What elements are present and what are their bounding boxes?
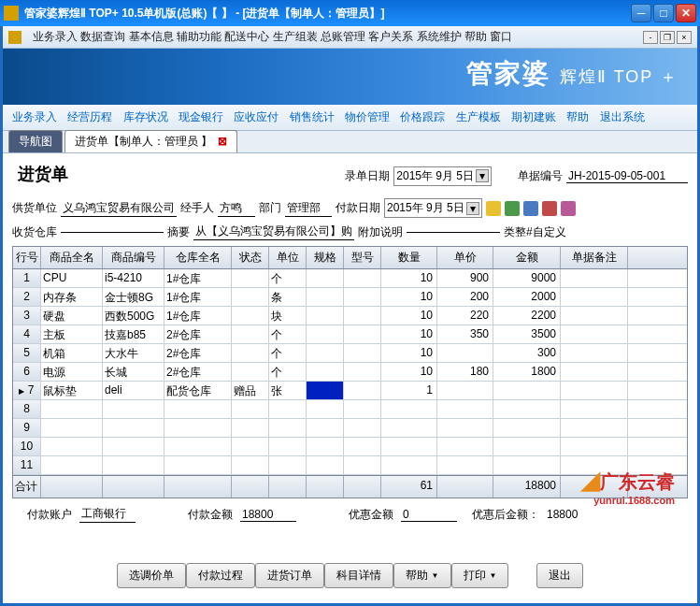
- grid-cell[interactable]: [561, 344, 628, 362]
- grid-cell[interactable]: 主板: [41, 325, 103, 343]
- action-button[interactable]: 退出: [536, 563, 583, 588]
- table-row[interactable]: 8: [13, 400, 687, 419]
- dropdown-icon[interactable]: ▾: [476, 169, 489, 182]
- menu-item[interactable]: 窗口: [490, 30, 512, 43]
- grid-cell[interactable]: 电源: [41, 363, 103, 381]
- grid-cell[interactable]: CPU: [41, 269, 103, 287]
- grid-cell[interactable]: [344, 438, 381, 455]
- grid-cell[interactable]: 配货仓库: [164, 382, 232, 399]
- column-header[interactable]: 商品全名: [41, 247, 103, 268]
- nav-item[interactable]: 生产模板: [452, 108, 505, 125]
- grid-cell[interactable]: 10: [381, 288, 437, 306]
- grid-cell[interactable]: [307, 269, 344, 287]
- column-header[interactable]: 规格: [307, 247, 344, 268]
- grid-cell[interactable]: 2#仓库: [164, 363, 232, 381]
- grid-cell[interactable]: [493, 419, 561, 437]
- grid-cell[interactable]: [381, 400, 437, 418]
- nav-item[interactable]: 应收应付: [230, 108, 282, 125]
- table-row[interactable]: 11: [13, 456, 687, 475]
- tool-icon-1[interactable]: [486, 201, 501, 216]
- summary-field[interactable]: 从【义乌鸿宝贸易有限公司】购: [193, 224, 354, 240]
- grid-cell[interactable]: [437, 382, 493, 399]
- grid-cell[interactable]: [344, 288, 381, 306]
- tab-active[interactable]: 进货单【制单人：管理员 】⊠: [64, 130, 237, 152]
- row-number[interactable]: 4: [13, 325, 41, 343]
- grid-cell[interactable]: [232, 344, 269, 362]
- row-number[interactable]: 1: [13, 269, 41, 287]
- nav-item[interactable]: 库存状况: [120, 108, 172, 125]
- grid-cell[interactable]: [561, 325, 628, 343]
- grid-cell[interactable]: 180: [437, 363, 493, 381]
- grid-cell[interactable]: [493, 400, 561, 418]
- action-button[interactable]: 打印▼: [451, 563, 509, 588]
- action-button[interactable]: 付款过程: [186, 563, 255, 588]
- extra-field[interactable]: [407, 232, 500, 233]
- grid-cell[interactable]: [561, 438, 628, 455]
- grid-cell[interactable]: [164, 400, 232, 418]
- grid-cell[interactable]: [307, 382, 344, 399]
- grid-cell[interactable]: [103, 438, 164, 455]
- row-number[interactable]: 2: [13, 288, 41, 306]
- grid-cell[interactable]: [561, 382, 628, 399]
- nav-item[interactable]: 退出系统: [596, 108, 649, 125]
- row-number[interactable]: 9: [13, 419, 41, 437]
- grid-cell[interactable]: [307, 363, 344, 381]
- grid-cell[interactable]: [344, 344, 381, 362]
- grid-cell[interactable]: 2200: [493, 307, 561, 325]
- row-number[interactable]: 5: [13, 344, 41, 362]
- grid-cell[interactable]: 张: [269, 382, 307, 399]
- grid-cell[interactable]: [103, 456, 164, 474]
- nav-item[interactable]: 经营历程: [64, 108, 116, 125]
- grid-cell[interactable]: [232, 419, 269, 437]
- table-row[interactable]: 5机箱大水牛2#仓库个10300: [13, 344, 687, 363]
- pay-amt-field[interactable]: 18800: [240, 508, 296, 522]
- grid-cell[interactable]: 200: [437, 288, 493, 306]
- table-row[interactable]: 1CPUi5-42101#仓库个109009000: [13, 269, 687, 288]
- grid-cell[interactable]: 1#仓库: [164, 307, 232, 325]
- grid-cell[interactable]: 9000: [493, 269, 561, 287]
- grid-cell[interactable]: 2000: [493, 288, 561, 306]
- mdi-minimize-button[interactable]: -: [643, 31, 658, 44]
- grid-cell[interactable]: 个: [269, 344, 307, 362]
- tool-icon-4[interactable]: [542, 201, 557, 216]
- grid-cell[interactable]: [41, 456, 103, 474]
- column-header[interactable]: 数量: [381, 247, 437, 268]
- grid-cell[interactable]: [307, 344, 344, 362]
- menu-item[interactable]: 业务录入: [33, 30, 78, 43]
- grid-cell[interactable]: [41, 438, 103, 455]
- grid-cell[interactable]: [561, 456, 628, 474]
- table-row[interactable]: 6电源长城2#仓库个101801800: [13, 363, 687, 382]
- disc-field[interactable]: 0: [401, 508, 457, 522]
- grid-cell[interactable]: [232, 325, 269, 343]
- grid-cell[interactable]: [561, 400, 628, 418]
- grid-cell[interactable]: [493, 438, 561, 455]
- grid-cell[interactable]: 机箱: [41, 344, 103, 362]
- grid-cell[interactable]: [437, 438, 493, 455]
- column-header[interactable]: 行号: [13, 247, 41, 268]
- tab-nav[interactable]: 导航图: [8, 130, 63, 152]
- grid-cell[interactable]: [344, 307, 381, 325]
- mdi-restore-button[interactable]: ❐: [660, 31, 675, 44]
- grid-cell[interactable]: 硬盘: [41, 307, 103, 325]
- menu-item[interactable]: 客户关系: [368, 30, 413, 43]
- grid-cell[interactable]: 个: [269, 325, 307, 343]
- grid-cell[interactable]: 10: [381, 307, 437, 325]
- grid-cell[interactable]: [561, 363, 628, 381]
- grid-cell[interactable]: [307, 456, 344, 474]
- table-row[interactable]: 9: [13, 419, 687, 438]
- grid-cell[interactable]: [493, 382, 561, 399]
- grid-cell[interactable]: 西数500G: [103, 307, 164, 325]
- table-row[interactable]: 4主板技嘉b852#仓库个103503500: [13, 325, 687, 344]
- action-button[interactable]: 科目详情: [324, 563, 393, 588]
- grid-cell[interactable]: [232, 438, 269, 455]
- warehouse-field[interactable]: [61, 232, 164, 233]
- grid-cell[interactable]: [344, 269, 381, 287]
- column-header[interactable]: 型号: [344, 247, 381, 268]
- tool-icon-3[interactable]: [523, 201, 538, 216]
- action-button[interactable]: 进货订单: [255, 563, 324, 588]
- entry-date-field[interactable]: 2015年 9月 5日▾: [393, 166, 492, 186]
- grid-cell[interactable]: 350: [437, 325, 493, 343]
- grid-cell[interactable]: 10: [381, 344, 437, 362]
- table-row[interactable]: 10: [13, 438, 687, 456]
- grid-cell[interactable]: [561, 288, 628, 306]
